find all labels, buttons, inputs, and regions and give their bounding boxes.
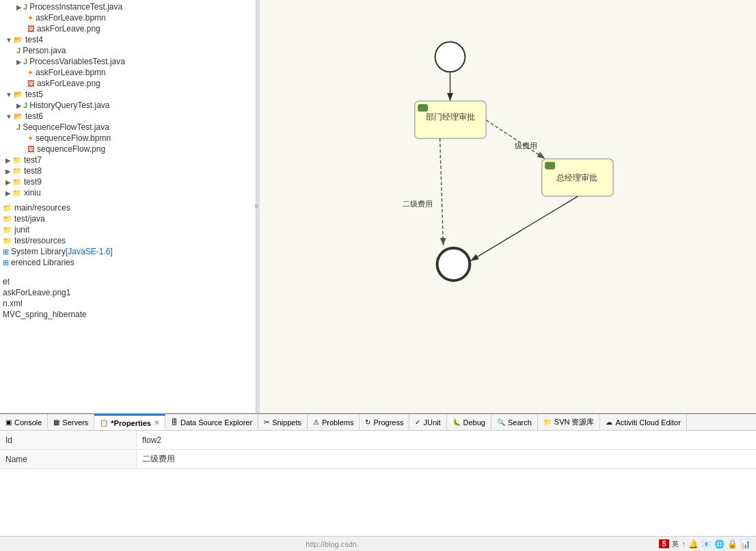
svg-text:总经理审批: 总经理审批 <box>556 173 597 183</box>
svg-text:部门经理审批: 部门经理审批 <box>426 112 475 122</box>
status-icon-s: S <box>659 539 669 548</box>
tree-item-test6[interactable]: ▼ 📂 test6 <box>0 111 256 122</box>
tree-label: erenced Libraries <box>11 258 75 267</box>
tree-item-test4[interactable]: ▼ 📂 test4 <box>0 34 256 45</box>
bpmn-icon: ✦ <box>27 68 33 77</box>
status-icon-net: 🌐 <box>714 539 725 549</box>
tab-activiti[interactable]: ☁ Activiti Cloud Editor <box>600 414 686 430</box>
png-icon: 🖼 <box>27 145 35 153</box>
tree-item-sequenceflowbpmn[interactable]: ✦ sequenceFlow.bpmn <box>0 133 256 144</box>
status-icon-english: 英 <box>672 539 679 549</box>
tree-item-et[interactable]: et <box>0 276 256 287</box>
tree-label: sequenceFlow.bpmn <box>36 133 111 143</box>
status-icon-lock: 🔒 <box>727 539 738 549</box>
java-icon: J <box>16 46 21 55</box>
tree-item-test7[interactable]: ▶ 📁 test7 <box>0 154 256 165</box>
tree-item-xiniu[interactable]: ▶ 📁 xiniu <box>0 187 256 198</box>
svg-point-14 <box>437 248 470 281</box>
tree-label: et <box>3 277 10 286</box>
tree-item-historyquerytest[interactable]: ▶ J HistoryQueryTest.java <box>0 100 256 111</box>
tree-label: MVC_spring_hibernate <box>3 310 87 319</box>
library-icon: ⊞ <box>3 247 9 256</box>
tab-snippets[interactable]: ✂ Snippets <box>258 414 308 430</box>
tree-item-junit[interactable]: 📁 junit <box>0 224 256 235</box>
tab-datasource[interactable]: 🗄 Data Source Explorer <box>165 414 258 430</box>
tab-junit[interactable]: ✓ JUnit <box>409 414 446 430</box>
tree-item-nxml[interactable]: n.xml <box>0 298 256 309</box>
property-row-name: Name 二级费用 <box>0 450 756 469</box>
tree-item-referencedlibraries[interactable]: ⊞ erenced Libraries <box>0 257 256 268</box>
property-label-name: Name <box>0 450 137 468</box>
tree-item-sequenceflowtest[interactable]: J SequenceFlowTest.java <box>0 122 256 133</box>
debug-icon: 🐛 <box>453 418 461 426</box>
tree-label: askForLeave.png <box>37 24 100 33</box>
tree-item-askforleavepng1[interactable]: 🖼 askForLeave.png <box>0 23 256 34</box>
tree-item-test5[interactable]: ▼ 📂 test5 <box>0 89 256 100</box>
tab-search[interactable]: 🔍 Search <box>491 414 538 430</box>
folder-closed-icon: 📁 <box>3 226 12 234</box>
snippets-icon: ✂ <box>264 418 269 426</box>
diagram-area: 部门经理审批 级费用 总经理审批 二级费用 <box>260 0 756 413</box>
tab-bar: ▣ Console ▦ Servers 📋 *Properties ✕ 🗄 Da… <box>0 414 756 431</box>
expand-icon: ▼ <box>5 91 12 98</box>
tree-item-askforleavepng2[interactable]: 🖼 askForLeave.png <box>0 78 256 89</box>
tab-console[interactable]: ▣ Console <box>0 414 48 430</box>
tree-item-processvariablestest[interactable]: ▶ J ProcessVariablesTest.java <box>0 56 256 67</box>
tree-label: ProcessVariablesTest.java <box>29 57 125 66</box>
tree-label: askForLeave.bpmn <box>36 13 106 23</box>
properties-icon: 📋 <box>100 419 108 427</box>
datasource-icon: 🗄 <box>171 418 178 426</box>
tree-label: test5 <box>25 90 43 99</box>
tree-item-askforleavebpmn1[interactable]: ✦ askForLeave.bpmn <box>0 12 256 23</box>
tree-item-testjava[interactable]: 📁 test/java <box>0 213 256 224</box>
tab-servers[interactable]: ▦ Servers <box>48 414 94 430</box>
tab-label: JUnit <box>423 418 440 427</box>
close-icon[interactable]: ✕ <box>154 419 159 427</box>
svg-text:级费用: 级费用 <box>515 142 537 150</box>
tree-item-personjava[interactable]: J Person.java <box>0 45 256 56</box>
console-icon: ▣ <box>5 418 12 426</box>
tree-label: askForLeave.png <box>37 79 100 88</box>
tree-item-mvc[interactable]: MVC_spring_hibernate <box>0 309 256 320</box>
tab-label: Progress <box>373 418 403 427</box>
java-icon: J <box>16 123 21 131</box>
tab-label: Data Source Explorer <box>180 418 252 427</box>
svn-icon: 📁 <box>543 418 552 426</box>
folder-closed-icon: 📁 <box>3 215 12 224</box>
tab-debug[interactable]: 🐛 Debug <box>447 414 491 430</box>
status-icon-msg: 📧 <box>701 539 712 549</box>
tab-label: Servers <box>62 418 88 427</box>
main-container: ▶ J ProcessInstanceTest.java ✦ askForLea… <box>0 0 756 551</box>
tab-label: Debug <box>463 418 485 427</box>
tree-item-testresources[interactable]: 📁 test/resources <box>0 235 256 246</box>
tree-label: sequenceFlow.png <box>37 144 105 154</box>
bpmn-icon: ✦ <box>27 134 33 143</box>
bpmn-diagram: 部门经理审批 级费用 总经理审批 二级费用 <box>260 0 756 413</box>
tab-label: Problems <box>322 418 353 427</box>
tab-svn[interactable]: 📁 SVN 资源库 <box>538 414 601 430</box>
expand-icon: ▼ <box>5 113 12 120</box>
expand-icon: ▼ <box>5 36 12 44</box>
tree-label: test6 <box>25 111 43 121</box>
tab-problems[interactable]: ⚠ Problems <box>308 414 360 430</box>
tree-label: test4 <box>25 35 43 44</box>
file-tree-sidebar: ▶ J ProcessInstanceTest.java ✦ askForLea… <box>0 0 256 413</box>
tree-item-askforleavepng1b[interactable]: askForLeave.png1 <box>0 287 256 298</box>
folder-open-icon: 📂 <box>14 36 23 44</box>
status-url: http://blog.csdn. <box>5 540 659 548</box>
tree-item-processinstancetest[interactable]: ▶ J ProcessInstanceTest.java <box>0 1 256 12</box>
tree-item-mainresources[interactable]: 📁 main/resources <box>0 202 256 213</box>
tree-item-systemlibrary[interactable]: ⊞ System Library [JavaSE-1.6] <box>0 246 256 257</box>
tree-item-test9[interactable]: ▶ 📁 test9 <box>0 176 256 187</box>
svg-rect-0 <box>260 16 756 397</box>
tab-properties[interactable]: 📋 *Properties ✕ <box>94 414 165 430</box>
tree-item-test8[interactable]: ▶ 📁 test8 <box>0 165 256 176</box>
property-value-id[interactable]: flow2 <box>137 431 756 449</box>
folder-closed-icon: 📁 <box>3 204 12 213</box>
tree-item-sequenceflowpng[interactable]: 🖼 sequenceFlow.png <box>0 144 256 154</box>
tab-progress[interactable]: ↻ Progress <box>360 414 409 430</box>
property-value-name[interactable]: 二级费用 <box>137 450 756 468</box>
tree-label: askForLeave.png1 <box>3 288 70 297</box>
expand-icon: ▶ <box>16 3 22 11</box>
tree-item-askforleavebpmn2[interactable]: ✦ askForLeave.bpmn <box>0 67 256 78</box>
